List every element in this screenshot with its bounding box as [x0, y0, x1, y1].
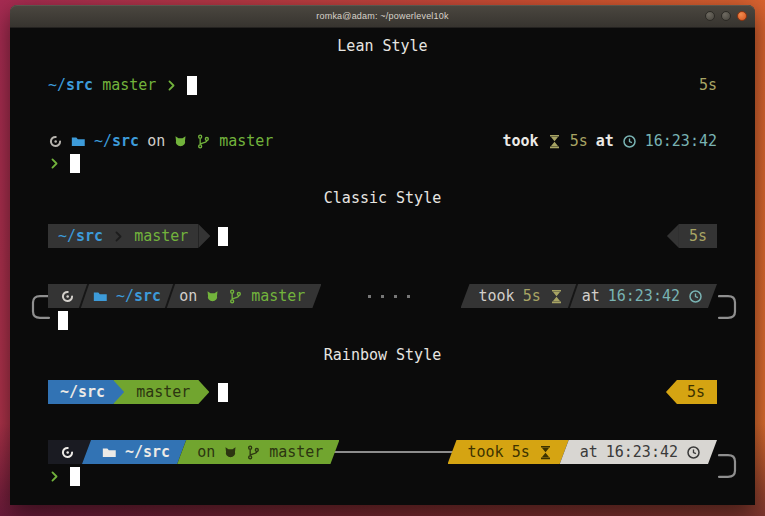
classic-prompt-simple: ~/src master 5s [48, 224, 717, 248]
took-label: took [503, 131, 539, 151]
rainbow-dir-segment: ~/src [48, 380, 124, 404]
segment-separator-chevron-icon [112, 230, 125, 243]
git-branch-icon [228, 289, 243, 304]
git-branch-icon [246, 445, 261, 460]
git-branch: master [219, 131, 273, 151]
on-label: on [147, 131, 165, 151]
at-label: at [580, 442, 598, 462]
close-button[interactable] [737, 11, 747, 21]
section-title: Rainbow Style [324, 345, 441, 365]
took-label: took [479, 286, 515, 306]
maximize-button[interactable] [721, 11, 731, 21]
chevron-right-icon [48, 157, 61, 170]
command-duration: 5s [699, 75, 717, 95]
prompt-frame-bracket-right [718, 294, 738, 320]
dir-prefix: ~/ [116, 286, 134, 306]
classic-style-heading: Classic Style [48, 188, 717, 208]
classic-left-strip: ~/src on master [48, 284, 321, 308]
dir-name: src [78, 382, 105, 402]
terminal-screen[interactable]: Lean Style ~/src master 5s ~/src on mast… [10, 36, 755, 513]
gap-filler-dots [321, 295, 460, 298]
gap-filler-line [334, 451, 452, 453]
segment-separator [79, 284, 89, 308]
clock-icon [688, 289, 703, 304]
git-branch: master [136, 382, 190, 402]
text-cursor [218, 227, 228, 246]
rainbow-prompt-full: ~/src on master took 5s at 16:23:42 [48, 440, 717, 464]
clock-icon [686, 445, 701, 460]
dir-name: src [66, 75, 93, 95]
current-time: 16:23:42 [606, 442, 678, 462]
dir-prefix: ~/ [58, 226, 76, 246]
at-label: at [596, 131, 614, 151]
text-cursor [187, 76, 197, 95]
text-cursor [218, 383, 228, 402]
window-titlebar[interactable]: romka@adam: ~/powerlevel10k [10, 5, 755, 28]
rainbow-prompt-simple: ~/src master 5s [48, 380, 717, 404]
dir-name: src [76, 226, 103, 246]
classic-input-line [48, 308, 717, 332]
rainbow-branch-segment: on master [177, 440, 339, 464]
octocat-icon [223, 445, 238, 460]
command-duration: 5s [523, 286, 541, 306]
os-logo-swirl-icon [60, 445, 75, 460]
open-folder-icon [102, 445, 117, 460]
current-directory: ~/src [94, 131, 139, 151]
rainbow-duration-segment: 5s [666, 380, 717, 404]
lean-input-line [48, 153, 717, 173]
current-directory: ~/src [125, 442, 170, 462]
segment-separator [568, 284, 578, 308]
current-directory: ~/src [58, 226, 103, 246]
hourglass-icon [547, 134, 562, 149]
chevron-right-icon [165, 79, 178, 92]
git-branch: master [134, 226, 188, 246]
rainbow-dir-segment: ~/src [82, 440, 186, 464]
segment-separator [165, 284, 175, 308]
on-label: on [197, 442, 215, 462]
current-directory: ~/src [60, 382, 105, 402]
git-branch: master [251, 286, 305, 306]
rainbow-style-heading: Rainbow Style [48, 345, 717, 365]
classic-prompt-full: ~/src on master took 5s at 16:23:42 [48, 284, 717, 308]
current-directory: ~/src [116, 286, 161, 306]
prompt-frame-bracket-right [718, 453, 738, 479]
dir-name: src [112, 131, 139, 151]
section-title: Lean Style [337, 36, 427, 56]
lean-style-heading: Lean Style [48, 36, 717, 56]
powerline-arrow-icon [198, 224, 210, 248]
dir-prefix: ~/ [48, 75, 66, 95]
rainbow-duration-segment: took 5s [448, 440, 569, 464]
classic-right-strip: took 5s at 16:23:42 [461, 284, 718, 308]
command-duration: 5s [512, 442, 530, 462]
command-duration: 5s [687, 382, 705, 402]
octocat-icon [173, 134, 188, 149]
current-directory: ~/src [48, 75, 93, 95]
section-title: Classic Style [324, 188, 441, 208]
lean-prompt-full: ~/src on master took 5s at 16:23:42 [48, 131, 717, 151]
prompt-frame-bracket-left [30, 294, 50, 320]
classic-left-segment: ~/src master [48, 224, 198, 248]
octocat-icon [205, 289, 220, 304]
dir-prefix: ~/ [60, 382, 78, 402]
dir-name: src [143, 442, 170, 462]
classic-right-segment: 5s [667, 224, 717, 248]
terminal-window: romka@adam: ~/powerlevel10k Lean Style ~… [10, 5, 755, 505]
chevron-right-icon [48, 470, 61, 483]
open-folder-icon [71, 134, 86, 149]
minimize-button[interactable] [705, 11, 715, 21]
dir-name: src [134, 286, 161, 306]
os-logo-swirl-icon [60, 289, 75, 304]
lean-prompt-simple: ~/src master 5s [48, 75, 717, 95]
text-cursor [70, 154, 80, 173]
at-label: at [582, 286, 600, 306]
os-logo-swirl-icon [48, 134, 63, 149]
rainbow-input-line [48, 464, 717, 488]
hourglass-icon [549, 289, 564, 304]
git-branch: master [269, 442, 323, 462]
hourglass-icon [538, 445, 553, 460]
current-time: 16:23:42 [608, 286, 680, 306]
powerline-arrow-icon [667, 224, 679, 248]
dir-prefix: ~/ [94, 131, 112, 151]
took-label: took [468, 442, 504, 462]
dir-prefix: ~/ [125, 442, 143, 462]
